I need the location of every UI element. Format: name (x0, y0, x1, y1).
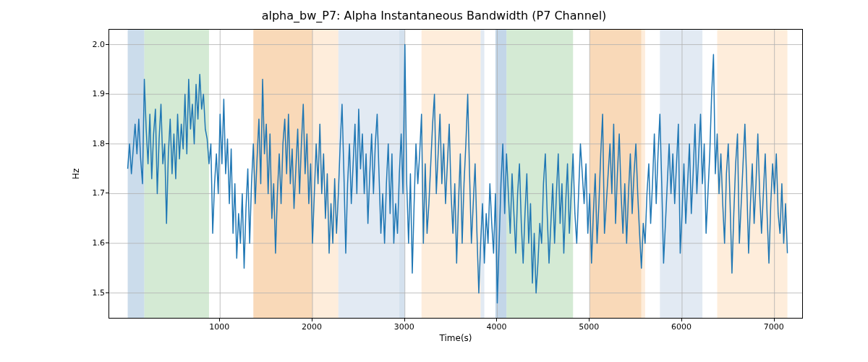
y-tick-mark (106, 44, 109, 45)
x-axis-label: Time(s) (440, 333, 472, 343)
x-tick-label: 5000 (579, 322, 599, 332)
x-tick-label: 2000 (302, 322, 322, 332)
y-tick-mark (106, 292, 109, 293)
y-tick-mark (106, 143, 109, 144)
band (253, 30, 312, 318)
band (642, 30, 645, 318)
y-tick-label: 1.6 (93, 238, 106, 248)
x-tick-mark (404, 319, 405, 321)
y-tick-label: 1.5 (93, 287, 106, 297)
band (339, 30, 399, 318)
band (480, 30, 484, 318)
x-tick-label: 1000 (209, 322, 229, 332)
x-tick-mark (219, 319, 220, 321)
x-tick-mark (589, 319, 590, 321)
plot-area (109, 29, 803, 319)
x-tick-label: 4000 (486, 322, 506, 332)
band (145, 30, 209, 318)
x-tick-label: 3000 (394, 322, 414, 332)
y-tick-mark (106, 193, 109, 193)
x-tick-label: 7000 (764, 322, 784, 332)
x-tick-mark (681, 319, 682, 321)
band (312, 30, 339, 318)
x-tick-mark (774, 319, 775, 321)
figure: alpha_bw_P7: Alpha Instantaneous Bandwid… (0, 0, 868, 362)
y-tick-mark (106, 93, 109, 94)
y-axis-label: Hz (71, 168, 81, 179)
chart-title: alpha_bw_P7: Alpha Instantaneous Bandwid… (0, 9, 868, 22)
y-tick-label: 1.8 (93, 138, 106, 148)
band (506, 30, 573, 318)
y-tick-mark (106, 243, 109, 243)
plot-svg (109, 30, 802, 318)
y-tick-label: 1.7 (93, 188, 106, 198)
x-tick-mark (312, 319, 312, 321)
x-tick-label: 6000 (671, 322, 692, 332)
y-tick-label: 1.9 (93, 89, 106, 98)
y-tick-label: 2.0 (93, 39, 106, 49)
x-tick-mark (496, 319, 497, 321)
